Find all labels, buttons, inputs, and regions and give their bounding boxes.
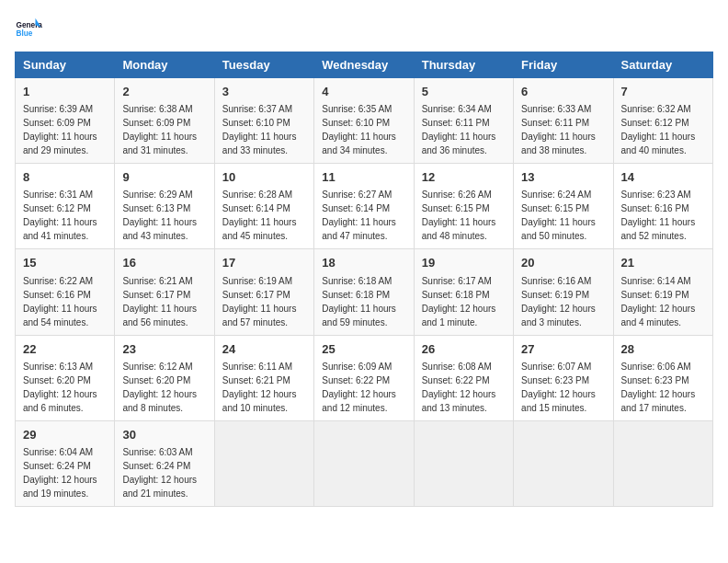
day-number: 20 (521, 255, 605, 271)
day-of-week-header: Wednesday (314, 52, 414, 78)
day-number: 29 (23, 427, 107, 443)
day-info: Sunrise: 6:26 AMSunset: 6:15 PMDaylight:… (422, 188, 506, 243)
day-number: 14 (621, 169, 705, 186)
day-info: Sunrise: 6:32 AMSunset: 6:12 PMDaylight:… (621, 102, 705, 157)
day-number: 18 (322, 255, 405, 271)
day-of-week-header: Sunday (16, 52, 115, 78)
calendar-day-cell (514, 420, 613, 506)
calendar-day-cell: 20Sunrise: 6:16 AMSunset: 6:19 PMDayligh… (514, 249, 613, 335)
calendar-day-cell: 5Sunrise: 6:34 AMSunset: 6:11 PMDaylight… (414, 78, 513, 164)
calendar-day-cell: 13Sunrise: 6:24 AMSunset: 6:15 PMDayligh… (514, 164, 613, 249)
day-info: Sunrise: 6:22 AMSunset: 6:16 PMDaylight:… (23, 274, 107, 329)
calendar-week-row: 29Sunrise: 6:04 AMSunset: 6:24 PMDayligh… (16, 420, 713, 506)
day-info: Sunrise: 6:19 AMSunset: 6:17 PMDaylight:… (222, 274, 306, 329)
day-info: Sunrise: 6:24 AMSunset: 6:15 PMDaylight:… (521, 188, 605, 243)
day-info: Sunrise: 6:28 AMSunset: 6:14 PMDaylight:… (222, 188, 306, 243)
day-info: Sunrise: 6:13 AMSunset: 6:20 PMDaylight:… (23, 360, 107, 415)
logo-icon: General Blue (15, 15, 42, 42)
day-number: 19 (422, 255, 506, 271)
day-number: 1 (23, 84, 107, 100)
calendar-day-cell (414, 420, 513, 506)
day-number: 4 (322, 84, 405, 100)
calendar-day-cell: 28Sunrise: 6:06 AMSunset: 6:23 PMDayligh… (613, 335, 712, 420)
day-of-week-header: Tuesday (214, 52, 313, 78)
calendar-day-cell: 10Sunrise: 6:28 AMSunset: 6:14 PMDayligh… (214, 164, 313, 249)
calendar-day-cell: 17Sunrise: 6:19 AMSunset: 6:17 PMDayligh… (214, 249, 313, 335)
calendar-day-cell: 8Sunrise: 6:31 AMSunset: 6:12 PMDaylight… (16, 164, 115, 249)
day-info: Sunrise: 6:29 AMSunset: 6:13 PMDaylight:… (122, 188, 206, 243)
day-number: 10 (222, 169, 306, 186)
day-number: 13 (521, 169, 605, 186)
day-info: Sunrise: 6:34 AMSunset: 6:11 PMDaylight:… (422, 102, 506, 157)
day-number: 28 (621, 341, 705, 358)
calendar-day-cell: 22Sunrise: 6:13 AMSunset: 6:20 PMDayligh… (16, 335, 115, 420)
day-number: 2 (122, 84, 206, 100)
logo: General Blue (15, 15, 42, 42)
day-info: Sunrise: 6:06 AMSunset: 6:23 PMDaylight:… (621, 360, 705, 415)
day-info: Sunrise: 6:11 AMSunset: 6:21 PMDaylight:… (222, 360, 306, 415)
calendar-day-cell: 29Sunrise: 6:04 AMSunset: 6:24 PMDayligh… (16, 420, 115, 506)
calendar-day-cell: 15Sunrise: 6:22 AMSunset: 6:16 PMDayligh… (16, 249, 115, 335)
calendar-day-cell: 19Sunrise: 6:17 AMSunset: 6:18 PMDayligh… (414, 249, 513, 335)
day-of-week-header: Saturday (613, 52, 712, 78)
day-number: 12 (422, 169, 506, 186)
day-number: 3 (222, 84, 306, 100)
calendar-day-cell: 23Sunrise: 6:12 AMSunset: 6:20 PMDayligh… (115, 335, 214, 420)
day-number: 30 (122, 427, 206, 443)
calendar-week-row: 15Sunrise: 6:22 AMSunset: 6:16 PMDayligh… (16, 249, 713, 335)
day-info: Sunrise: 6:03 AMSunset: 6:24 PMDaylight:… (122, 445, 206, 500)
day-info: Sunrise: 6:04 AMSunset: 6:24 PMDaylight:… (23, 445, 107, 500)
day-info: Sunrise: 6:38 AMSunset: 6:09 PMDaylight:… (122, 102, 206, 157)
calendar-day-cell: 7Sunrise: 6:32 AMSunset: 6:12 PMDaylight… (613, 78, 712, 164)
svg-text:Blue: Blue (17, 29, 33, 38)
calendar-day-cell: 26Sunrise: 6:08 AMSunset: 6:22 PMDayligh… (414, 335, 513, 420)
day-number: 23 (122, 341, 206, 358)
day-info: Sunrise: 6:37 AMSunset: 6:10 PMDaylight:… (222, 102, 306, 157)
day-number: 22 (23, 341, 107, 358)
day-number: 9 (122, 169, 206, 186)
calendar-day-cell: 30Sunrise: 6:03 AMSunset: 6:24 PMDayligh… (115, 420, 214, 506)
day-number: 27 (521, 341, 605, 358)
calendar-table: SundayMondayTuesdayWednesdayThursdayFrid… (15, 52, 713, 507)
day-info: Sunrise: 6:33 AMSunset: 6:11 PMDaylight:… (521, 102, 605, 157)
day-info: Sunrise: 6:08 AMSunset: 6:22 PMDaylight:… (422, 360, 506, 415)
day-number: 8 (23, 169, 107, 186)
calendar-week-row: 8Sunrise: 6:31 AMSunset: 6:12 PMDaylight… (16, 164, 713, 249)
day-number: 16 (122, 255, 206, 271)
day-info: Sunrise: 6:09 AMSunset: 6:22 PMDaylight:… (322, 360, 405, 415)
calendar-day-cell: 3Sunrise: 6:37 AMSunset: 6:10 PMDaylight… (214, 78, 313, 164)
calendar-day-cell: 18Sunrise: 6:18 AMSunset: 6:18 PMDayligh… (314, 249, 414, 335)
day-info: Sunrise: 6:18 AMSunset: 6:18 PMDaylight:… (322, 274, 405, 329)
calendar-day-cell: 4Sunrise: 6:35 AMSunset: 6:10 PMDaylight… (314, 78, 414, 164)
day-number: 5 (422, 84, 506, 100)
day-number: 21 (621, 255, 705, 271)
page-header: General Blue (15, 15, 713, 42)
calendar-day-cell: 14Sunrise: 6:23 AMSunset: 6:16 PMDayligh… (613, 164, 712, 249)
calendar-day-cell: 9Sunrise: 6:29 AMSunset: 6:13 PMDaylight… (115, 164, 214, 249)
day-info: Sunrise: 6:12 AMSunset: 6:20 PMDaylight:… (122, 360, 206, 415)
day-info: Sunrise: 6:16 AMSunset: 6:19 PMDaylight:… (521, 274, 605, 329)
calendar-body: 1Sunrise: 6:39 AMSunset: 6:09 PMDaylight… (16, 78, 713, 507)
calendar-day-cell (214, 420, 313, 506)
calendar-week-row: 1Sunrise: 6:39 AMSunset: 6:09 PMDaylight… (16, 78, 713, 164)
calendar-day-cell: 24Sunrise: 6:11 AMSunset: 6:21 PMDayligh… (214, 335, 313, 420)
calendar-day-cell: 21Sunrise: 6:14 AMSunset: 6:19 PMDayligh… (613, 249, 712, 335)
day-number: 25 (322, 341, 405, 358)
calendar-day-cell: 11Sunrise: 6:27 AMSunset: 6:14 PMDayligh… (314, 164, 414, 249)
calendar-day-cell: 12Sunrise: 6:26 AMSunset: 6:15 PMDayligh… (414, 164, 513, 249)
calendar-day-cell (314, 420, 414, 506)
day-of-week-header: Thursday (414, 52, 513, 78)
day-info: Sunrise: 6:23 AMSunset: 6:16 PMDaylight:… (621, 188, 705, 243)
calendar-week-row: 22Sunrise: 6:13 AMSunset: 6:20 PMDayligh… (16, 335, 713, 420)
calendar-day-cell: 2Sunrise: 6:38 AMSunset: 6:09 PMDaylight… (115, 78, 214, 164)
day-number: 26 (422, 341, 506, 358)
day-number: 6 (521, 84, 605, 100)
day-info: Sunrise: 6:17 AMSunset: 6:18 PMDaylight:… (422, 274, 506, 329)
calendar-day-cell: 16Sunrise: 6:21 AMSunset: 6:17 PMDayligh… (115, 249, 214, 335)
day-info: Sunrise: 6:39 AMSunset: 6:09 PMDaylight:… (23, 102, 107, 157)
day-of-week-header: Monday (115, 52, 214, 78)
calendar-day-cell (613, 420, 712, 506)
day-info: Sunrise: 6:07 AMSunset: 6:23 PMDaylight:… (521, 360, 605, 415)
day-number: 11 (322, 169, 405, 186)
day-number: 17 (222, 255, 306, 271)
